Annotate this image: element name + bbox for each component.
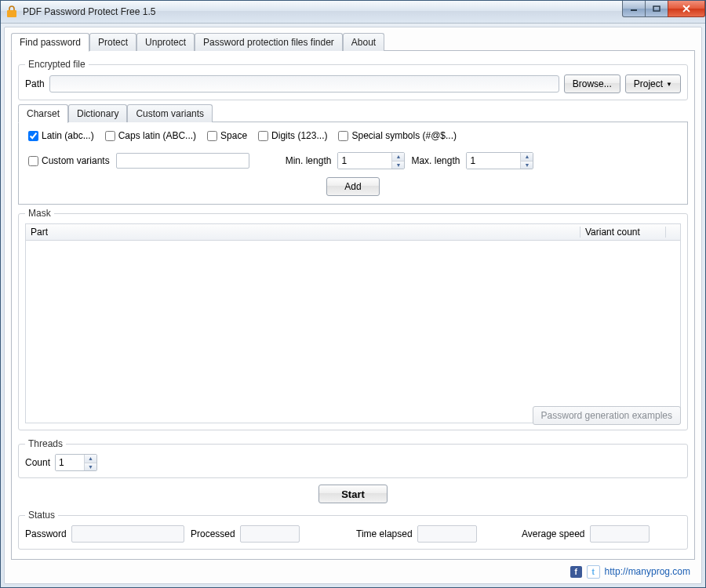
window-body: Find password Protect Unprotect Password… xyxy=(4,27,702,584)
custom-variants-checkbox-input[interactable] xyxy=(28,156,38,166)
footer-link[interactable]: http://manyprog.com xyxy=(605,566,690,577)
titlebar[interactable]: PDF Password Protect Free 1.5 xyxy=(1,1,705,24)
chevron-down-icon: ▼ xyxy=(666,81,672,88)
status-processed-value xyxy=(240,525,300,543)
add-button[interactable]: Add xyxy=(326,177,379,196)
max-length-label: Max. length xyxy=(411,155,460,166)
tab-about[interactable]: About xyxy=(343,33,384,51)
browse-button[interactable]: Browse... xyxy=(564,74,620,93)
status-speed-label: Average speed xyxy=(522,528,585,539)
max-down-icon[interactable]: ▼ xyxy=(521,161,533,169)
caps-checkbox-input[interactable] xyxy=(105,131,115,141)
charset-panel: Latin (abc...) Caps latin (ABC...) Space xyxy=(18,122,688,205)
status-password-label: Password xyxy=(25,528,67,539)
tab-charset[interactable]: Charset xyxy=(18,104,68,123)
maximize-button[interactable] xyxy=(645,1,668,17)
status-elapsed-label: Time elapsed xyxy=(356,528,413,539)
twitter-icon[interactable]: t xyxy=(587,565,600,579)
space-checkbox-input[interactable] xyxy=(207,131,217,141)
digits-checkbox-input[interactable] xyxy=(258,131,268,141)
tab-finder[interactable]: Password protection files finder xyxy=(195,33,343,51)
threads-up-icon[interactable]: ▲ xyxy=(85,455,96,463)
threads-down-icon[interactable]: ▼ xyxy=(85,463,96,471)
custom-variants-input[interactable] xyxy=(116,153,249,169)
status-elapsed-value xyxy=(417,525,477,543)
path-label: Path xyxy=(25,78,45,89)
tab-protect[interactable]: Protect xyxy=(89,33,136,51)
password-examples-button[interactable]: Password generation examples xyxy=(533,406,681,425)
status-group: Status Password Processed Time elapsed xyxy=(18,510,688,550)
charset-block: Charset Dictionary Custom variants Latin… xyxy=(18,105,688,205)
max-length-spinner[interactable]: ▲ ▼ xyxy=(466,152,533,169)
window-title: PDF Password Protect Free 1.5 xyxy=(23,6,623,17)
min-length-spinner[interactable]: ▲ ▼ xyxy=(337,152,405,169)
encrypted-file-legend: Encrypted file xyxy=(25,59,89,70)
tab-find-password[interactable]: Find password xyxy=(11,33,89,52)
status-legend: Status xyxy=(25,510,58,521)
facebook-icon[interactable]: f xyxy=(570,566,582,578)
space-label: Space xyxy=(220,130,247,141)
threads-group: Threads Count ▲ ▼ xyxy=(18,438,688,478)
project-button[interactable]: Project ▼ xyxy=(625,74,681,93)
svg-rect-1 xyxy=(631,9,637,11)
tab-unprotect[interactable]: Unprotect xyxy=(136,33,195,51)
threads-count-label: Count xyxy=(25,457,50,468)
custom-variants-checkbox[interactable]: Custom variants xyxy=(28,155,110,166)
svg-rect-2 xyxy=(653,6,660,11)
project-button-label: Project xyxy=(634,78,663,89)
special-checkbox[interactable]: Special symbols (#@$...) xyxy=(338,130,457,141)
caps-label: Caps latin (ABC...) xyxy=(118,130,196,141)
svg-rect-0 xyxy=(7,10,16,17)
main-tabs: Find password Protect Unprotect Password… xyxy=(11,32,695,51)
caps-checkbox[interactable]: Caps latin (ABC...) xyxy=(105,130,196,141)
mask-grid-header: Part Variant count xyxy=(25,223,681,241)
digits-checkbox[interactable]: Digits (123...) xyxy=(258,130,327,141)
app-window: PDF Password Protect Free 1.5 Find passw… xyxy=(0,0,706,588)
charset-tabs: Charset Dictionary Custom variants xyxy=(18,105,688,122)
max-up-icon[interactable]: ▲ xyxy=(521,153,533,161)
threads-spinner[interactable]: ▲ ▼ xyxy=(55,454,97,471)
digits-label: Digits (123...) xyxy=(271,130,327,141)
status-processed-label: Processed xyxy=(191,528,235,539)
latin-checkbox[interactable]: Latin (abc...) xyxy=(28,130,94,141)
window-controls xyxy=(623,1,705,16)
special-label: Special symbols (#@$...) xyxy=(351,130,457,141)
mask-grid-body[interactable] xyxy=(25,241,681,423)
footer: f t http://manyprog.com xyxy=(11,561,695,580)
threads-input[interactable] xyxy=(56,455,84,470)
path-input[interactable] xyxy=(49,75,559,93)
space-checkbox[interactable]: Space xyxy=(207,130,247,141)
app-icon xyxy=(5,5,18,18)
max-length-input[interactable] xyxy=(467,153,520,169)
threads-legend: Threads xyxy=(25,438,66,449)
col-variant-count[interactable]: Variant count xyxy=(580,227,666,238)
col-part[interactable]: Part xyxy=(26,227,580,238)
mask-legend: Mask xyxy=(25,208,54,219)
min-up-icon[interactable]: ▲ xyxy=(392,153,404,161)
latin-label: Latin (abc...) xyxy=(42,130,94,141)
tab-dictionary[interactable]: Dictionary xyxy=(68,104,127,122)
mask-group: Mask Part Variant count Password generat… xyxy=(18,208,688,430)
custom-variants-label: Custom variants xyxy=(42,155,110,166)
special-checkbox-input[interactable] xyxy=(338,131,348,141)
latin-checkbox-input[interactable] xyxy=(28,131,38,141)
start-button[interactable]: Start xyxy=(318,485,388,503)
tab-custom-variants[interactable]: Custom variants xyxy=(127,104,213,122)
close-button[interactable] xyxy=(668,1,705,17)
find-password-panel: Encrypted file Path Browse... Project ▼ … xyxy=(11,50,695,560)
min-length-input[interactable] xyxy=(338,153,391,169)
min-length-label: Min. length xyxy=(286,155,332,166)
status-password-value xyxy=(71,525,184,543)
minimize-button[interactable] xyxy=(622,1,646,17)
status-speed-value xyxy=(590,525,650,543)
min-down-icon[interactable]: ▼ xyxy=(392,161,404,169)
encrypted-file-group: Encrypted file Path Browse... Project ▼ xyxy=(18,59,688,100)
